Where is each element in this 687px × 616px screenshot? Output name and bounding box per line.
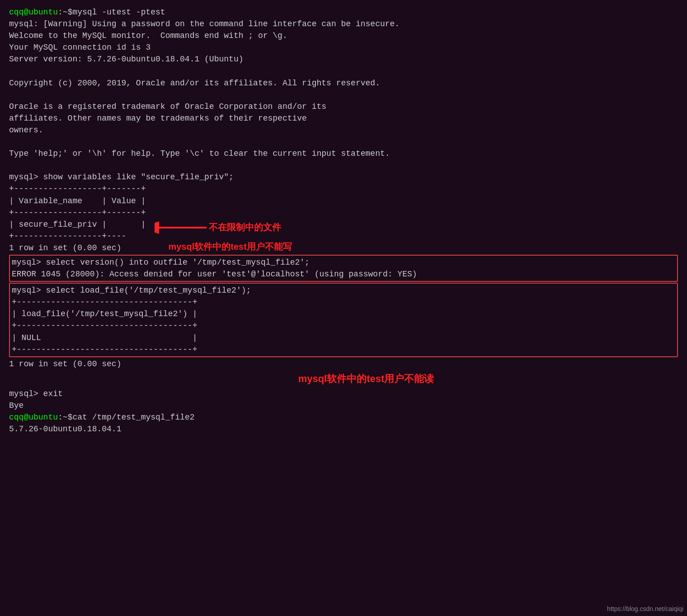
prompt-separator-1: :~$ xyxy=(58,6,72,18)
line-warning: mysql: [Warning] Using a password on the… xyxy=(9,18,678,30)
line-blank1 xyxy=(9,65,678,77)
annotation-container-1: | secure_file_priv | | +----------------… xyxy=(9,219,678,254)
annotation-text-2: mysql软件中的test用户不能写 xyxy=(168,242,292,252)
terminal-window: cqq@ubuntu :~$ mysql -utest -ptest mysql… xyxy=(5,4,682,438)
line-blank4 xyxy=(9,159,678,171)
line-blank3 xyxy=(9,136,678,148)
annotation-text-1: 不在限制中的文件 xyxy=(209,221,281,234)
line-row-count-2: 1 row in set (0.00 sec) xyxy=(9,358,678,370)
line-copyright: Copyright (c) 2000, 2019, Oracle and/or … xyxy=(9,77,678,89)
line-connid: Your MySQL connection id is 3 xyxy=(9,42,678,53)
line-exit: mysql> exit xyxy=(9,388,678,400)
highlighted-block-1: mysql> select version() into outfile '/t… xyxy=(9,255,678,282)
line-select-version: mysql> select version() into outfile '/t… xyxy=(12,257,675,268)
line-blank2 xyxy=(9,89,678,101)
annotation-text-3: mysql软件中的test用户不能读 xyxy=(54,372,678,386)
prompt-user-1: cqq@ubuntu xyxy=(9,6,58,18)
highlighted-block-2: mysql> select load_file('/tmp/test_mysql… xyxy=(9,283,678,357)
line-oracle1: Oracle is a registered trademark of Orac… xyxy=(9,101,678,112)
line-load-null: | NULL | xyxy=(12,332,675,344)
prompt-command-2: cat /tmp/test_mysql_file2 xyxy=(72,411,194,423)
line-load-table-top: +------------------------------------+ xyxy=(12,296,675,308)
line-load-table-sep: +------------------------------------+ xyxy=(12,320,675,331)
arrow-left-icon xyxy=(155,219,209,237)
line-load-table-header: | load_file('/tmp/test_mysql_file2') | xyxy=(12,308,675,320)
line-oracle3: owners. xyxy=(9,124,678,136)
line-row-count-1: 1 row in set (0.00 sec) xyxy=(9,242,146,254)
line-table-header: | Variable_name | Value | xyxy=(9,195,678,207)
prompt-user-2: cqq@ubuntu xyxy=(9,411,58,423)
annotation-right-1: 不在限制中的文件 mysql软件中的test用户不能写 xyxy=(155,219,292,253)
line-version: Server version: 5.7.26-0ubuntu0.18.04.1 … xyxy=(9,53,678,65)
line-welcome: Welcome to the MySQL monitor. Commands e… xyxy=(9,30,678,42)
line-show-vars: mysql> show variables like "secure_file_… xyxy=(9,171,678,183)
line-table-sep: +------------------+-------+ xyxy=(9,207,678,219)
line-table-top: +------------------+-------+ xyxy=(9,183,678,195)
prompt-line-2: cqq@ubuntu :~$ cat /tmp/test_mysql_file2 xyxy=(9,411,678,423)
line-table-bottom: +------------------+---- xyxy=(9,230,146,242)
prompt-line-1: cqq@ubuntu :~$ mysql -utest -ptest xyxy=(9,6,678,18)
line-secure-file-priv: | secure_file_priv | | xyxy=(9,219,146,230)
prompt-command-1: mysql -utest -ptest xyxy=(72,6,165,18)
line-bye: Bye xyxy=(9,400,678,411)
line-error-1045: ERROR 1045 (28000): Access denied for us… xyxy=(12,268,675,280)
line-oracle2: affiliates. Other names may be trademark… xyxy=(9,112,678,124)
line-select-load: mysql> select load_file('/tmp/test_mysql… xyxy=(12,285,675,296)
prompt-separator-2: :~$ xyxy=(58,411,72,423)
line-load-table-bot: +------------------------------------+ xyxy=(12,344,675,355)
line-last: 5.7.26-0ubuntu0.18.04.1 xyxy=(9,423,678,435)
footer-link: https://blog.csdn.net/caiqiqi xyxy=(607,605,683,612)
line-help: Type 'help;' or '\h' for help. Type '\c'… xyxy=(9,148,678,159)
